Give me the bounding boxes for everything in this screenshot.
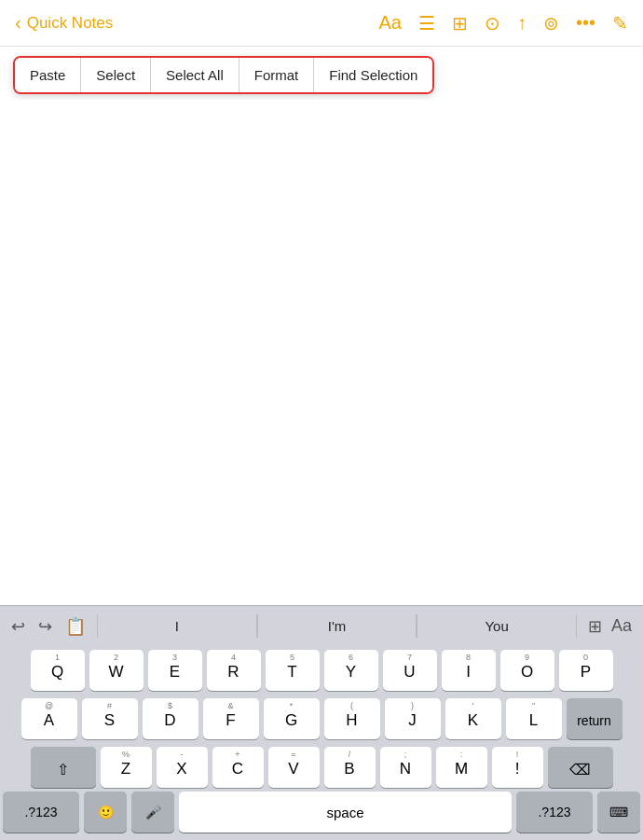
key-j[interactable]: )J: [385, 698, 441, 739]
key-f[interactable]: &F: [203, 698, 259, 739]
key-row-1: 1Q 2W 3E 4R 5T 6Y 7U 8I 9O 0P: [3, 650, 640, 691]
key-b[interactable]: /B: [324, 747, 376, 788]
keyboard-rows: 1Q 2W 3E 4R 5T 6Y 7U 8I 9O 0P @A #S $D &…: [0, 646, 643, 792]
circle-up-icon[interactable]: ⊚: [543, 12, 559, 34]
pred-word-you[interactable]: You: [417, 614, 577, 638]
list-icon[interactable]: ☰: [418, 12, 435, 34]
key-a[interactable]: @A: [21, 698, 77, 739]
num-switch-key[interactable]: .?123: [3, 792, 79, 833]
key-l[interactable]: "L: [506, 698, 562, 739]
key-i[interactable]: 8I: [442, 650, 496, 691]
pred-font-icon[interactable]: Aa: [611, 616, 632, 636]
key-x[interactable]: -X: [157, 747, 208, 788]
key-w[interactable]: 2W: [89, 650, 144, 691]
key-g[interactable]: *G: [264, 698, 320, 739]
find-selection-button[interactable]: Find Selection: [314, 58, 432, 92]
key-c[interactable]: +C: [212, 747, 264, 788]
key-t[interactable]: 5T: [266, 650, 320, 691]
key-u[interactable]: 7U: [383, 650, 437, 691]
key-n[interactable]: ;N: [380, 747, 431, 788]
num-switch-key-2[interactable]: .?123: [516, 792, 593, 833]
key-y[interactable]: 6Y: [324, 650, 378, 691]
more-icon[interactable]: •••: [576, 12, 595, 34]
key-r[interactable]: 4R: [207, 650, 261, 691]
keyboard-area: ↩ ↪ 📋 I I'm You ⊞ Aa 1Q 2W 3E 4R 5T 6Y 7…: [0, 605, 643, 840]
predictive-bar: ↩ ↪ 📋 I I'm You ⊞ Aa: [0, 605, 643, 646]
predictive-suggestions: I I'm You: [97, 614, 577, 638]
select-all-button[interactable]: Select All: [151, 58, 239, 92]
keyboard-dismiss-key[interactable]: ⌨: [597, 792, 640, 833]
key-exclaim[interactable]: !!: [492, 747, 543, 788]
key-d[interactable]: $D: [143, 698, 198, 739]
key-k[interactable]: 'K: [445, 698, 501, 739]
shift-key[interactable]: ⇧: [31, 747, 96, 788]
format-button[interactable]: Format: [239, 58, 315, 92]
clipboard-icon[interactable]: 📋: [65, 616, 86, 637]
space-key[interactable]: space: [179, 792, 512, 833]
context-menu-wrapper: Paste Select Select All Format Find Sele…: [0, 47, 643, 100]
mic-key[interactable]: 🎤: [131, 792, 174, 833]
key-p[interactable]: 0P: [559, 650, 613, 691]
key-m[interactable]: :M: [436, 747, 487, 788]
nav-bar: ‹ Quick Notes Aa ☰ ⊞ ⊙ ↑ ⊚ ••• ✎: [0, 0, 643, 47]
key-e[interactable]: 3E: [148, 650, 202, 691]
return-key[interactable]: return: [567, 698, 622, 739]
key-v[interactable]: =V: [268, 747, 320, 788]
redo-icon[interactable]: ↪: [38, 616, 52, 637]
font-icon[interactable]: Aa: [379, 12, 402, 34]
key-z[interactable]: %Z: [101, 747, 152, 788]
note-area[interactable]: [0, 100, 643, 566]
nav-title[interactable]: Quick Notes: [27, 14, 114, 33]
camera-icon[interactable]: ⊙: [485, 12, 500, 34]
back-icon[interactable]: ‹: [15, 12, 21, 34]
table-icon[interactable]: ⊞: [452, 12, 468, 34]
key-o[interactable]: 9O: [500, 650, 554, 691]
select-button[interactable]: Select: [81, 58, 151, 92]
predictive-bar-left: ↩ ↪ 📋: [0, 616, 97, 637]
key-h[interactable]: (H: [324, 698, 380, 739]
emoji-key[interactable]: 🙂: [84, 792, 127, 833]
predictive-bar-right: ⊞ Aa: [577, 616, 643, 637]
pred-grid-icon[interactable]: ⊞: [588, 616, 602, 637]
bottom-row: .?123 🙂 🎤 space .?123 ⌨: [0, 792, 643, 840]
context-menu: Paste Select Select All Format Find Sele…: [13, 56, 434, 94]
pred-word-im[interactable]: I'm: [257, 614, 417, 638]
key-row-3: ⇧ %Z -X +C =V /B ;N :M !! ⌫: [3, 747, 640, 788]
key-q[interactable]: 1Q: [31, 650, 85, 691]
paste-button[interactable]: Paste: [15, 58, 81, 92]
undo-icon[interactable]: ↩: [11, 616, 25, 637]
share-icon[interactable]: ↑: [517, 12, 527, 34]
pred-word-i[interactable]: I: [97, 614, 257, 638]
key-row-2: @A #S $D &F *G (H )J 'K "L return: [3, 698, 640, 739]
pencil-icon[interactable]: ✎: [612, 12, 628, 34]
nav-left: ‹ Quick Notes: [15, 12, 113, 34]
nav-right: Aa ☰ ⊞ ⊙ ↑ ⊚ ••• ✎: [379, 12, 628, 34]
key-s[interactable]: #S: [82, 698, 138, 739]
delete-key[interactable]: ⌫: [548, 747, 613, 788]
